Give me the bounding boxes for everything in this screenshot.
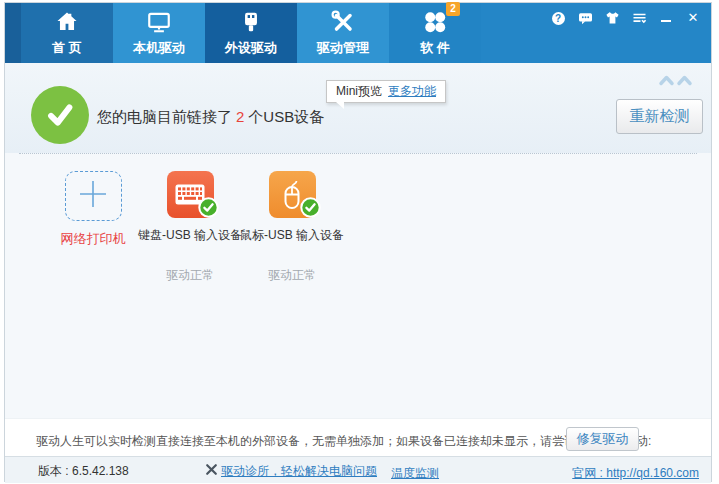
tab-home-label: 首 页 — [52, 39, 82, 57]
mini-preview-tooltip: Mini预览 更多功能 — [326, 80, 446, 103]
mouse-label: 鼠标-USB 输入设备 — [240, 227, 344, 244]
device-keyboard[interactable]: 键盘-USB 输入设备 — [137, 171, 243, 244]
usb-plug-icon — [238, 7, 264, 37]
more-features-link[interactable]: 更多功能 — [388, 83, 436, 100]
tab-peripheral-drivers[interactable]: 外设驱动 — [205, 3, 297, 63]
driver-clinic-link[interactable]: 驱动诊所，轻松解决电脑问题 — [221, 463, 377, 480]
tab-local-drivers-label: 本机驱动 — [133, 39, 185, 57]
add-network-printer-tile[interactable]: 网络打印机 — [41, 171, 145, 248]
driver-ok-badge — [300, 197, 321, 222]
keyboard-icon — [167, 171, 214, 218]
hint-row: 驱动人生可以实时检测直接连接至本机的外部设备，无需单独添加；如果设备已连接却未显… — [5, 418, 711, 456]
plus-icon — [77, 178, 109, 214]
clinic-wrap: 驱动诊所，轻松解决电脑问题 — [205, 462, 377, 480]
monitor-icon — [146, 7, 172, 37]
collapse-chevrons-icon[interactable] — [658, 73, 694, 91]
version-label: 版本 : 6.5.42.138 — [38, 463, 129, 480]
clover-icon — [422, 7, 448, 37]
tools-icon — [330, 7, 356, 37]
temperature-monitor-link[interactable]: 温度监测 — [391, 466, 439, 480]
titlebar-left-strip — [5, 3, 21, 63]
tab-software[interactable]: 2 软 件 — [389, 3, 481, 63]
tab-peripheral-drivers-label: 外设驱动 — [225, 39, 277, 57]
add-printer-label: 网络打印机 — [61, 230, 126, 248]
skin-icon[interactable] — [604, 10, 620, 26]
feedback-icon[interactable] — [577, 10, 593, 26]
banner-message: 您的电脑目前链接了2个USB设备 — [97, 108, 324, 127]
usb-count: 2 — [236, 108, 244, 125]
close-icon[interactable]: ✕ — [685, 10, 701, 26]
main-nav: 首 页 本机驱动 — [21, 3, 481, 63]
dotted-separator — [19, 153, 697, 154]
device-mouse[interactable]: 鼠标-USB 输入设备 — [239, 171, 345, 244]
minimize-icon[interactable] — [658, 10, 674, 26]
banner-message-suffix: 个USB设备 — [248, 108, 324, 125]
app-window: 首 页 本机驱动 — [4, 2, 712, 482]
menu-icon[interactable] — [631, 10, 647, 26]
keyboard-status: 驱动正常 — [137, 267, 243, 284]
clinic-tools-icon — [205, 462, 218, 480]
banner-message-prefix: 您的电脑目前链接了 — [97, 108, 232, 125]
driver-ok-badge — [198, 197, 219, 222]
tab-software-label: 软 件 — [420, 39, 450, 57]
add-printer-box — [65, 171, 122, 221]
software-badge: 2 — [446, 2, 460, 16]
site-wrap: 官网 : http://qd.160.com — [572, 463, 699, 482]
help-icon[interactable]: ? — [550, 10, 566, 26]
mini-preview-label: Mini预览 — [336, 83, 382, 100]
status-banner: 您的电脑目前链接了2个USB设备 Mini预览 更多功能 重新检测 — [5, 63, 711, 153]
tab-driver-management[interactable]: 驱动管理 — [297, 3, 389, 63]
keyboard-label: 键盘-USB 输入设备 — [138, 227, 242, 244]
footer: 版本 : 6.5.42.138 驱动诊所，轻松解决电脑问题 温度监测 官网 : … — [5, 456, 711, 483]
mouse-status: 驱动正常 — [239, 267, 345, 284]
device-area: 网络打印机 — [5, 153, 711, 418]
tab-driver-management-label: 驱动管理 — [317, 39, 369, 57]
screen: 首 页 本机驱动 — [0, 0, 719, 484]
titlebar: 首 页 本机驱动 — [5, 3, 711, 63]
repair-driver-button[interactable]: 修复驱动 — [566, 427, 639, 451]
hint-text: 驱动人生可以实时检测直接连接至本机的外部设备，无需单独添加；如果设备已连接却未显… — [36, 433, 651, 450]
success-check-icon — [31, 86, 89, 144]
tab-local-drivers[interactable]: 本机驱动 — [113, 3, 205, 63]
home-icon — [54, 7, 80, 37]
tab-home[interactable]: 首 页 — [21, 3, 113, 63]
titlebar-icons: ? — [550, 10, 701, 26]
mouse-icon — [269, 171, 316, 218]
official-site-link[interactable]: 官网 : http://qd.160.com — [572, 466, 699, 480]
rescan-button[interactable]: 重新检测 — [616, 99, 703, 134]
temp-wrap: 温度监测 — [391, 463, 439, 482]
